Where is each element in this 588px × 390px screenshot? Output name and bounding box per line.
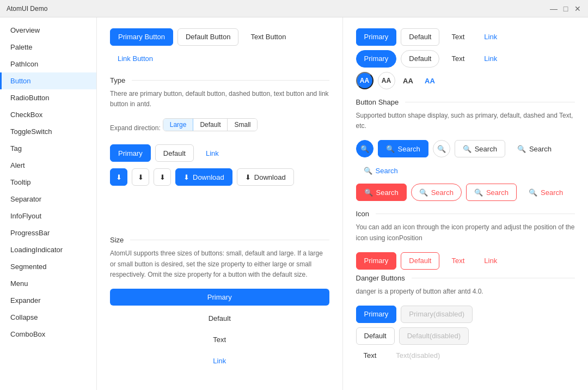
text-button[interactable]: Text Button [243,28,293,46]
search-icon-6: 🔍 [364,166,372,176]
enabled-default[interactable]: Default [356,327,395,345]
default-button[interactable]: Default Button [177,28,238,46]
download-icon-4: ⬇ [183,172,189,183]
download-icon-btn-1[interactable]: ⬇ [110,168,127,186]
search-row-1: 🔍 🔍 Search 🔍 🔍 Search 🔍 Search [356,140,575,179]
fullwidth-default-btn[interactable]: Default [110,310,329,327]
sidebar-item-separator[interactable]: Separator [0,191,96,208]
avatar-link[interactable]: AA [421,72,439,89]
sidebar-item-checkbox[interactable]: CheckBox [0,106,96,123]
sidebar-item-expander[interactable]: Expander [0,292,96,309]
text-label: Text [356,349,384,362]
danger-default-btn[interactable]: Default [401,252,439,270]
search-btn-primary[interactable]: 🔍 Search [378,140,428,157]
search-row-2: 🔍 Search 🔍 Search 🔍 Search 🔍 Search [356,184,575,201]
enabled-primary[interactable]: Primary [356,306,397,323]
danger-text-btn[interactable]: Text [444,252,472,270]
avatar-bordered[interactable]: AA [378,72,395,89]
search-red-outline-2[interactable]: 🔍 Search [466,184,517,201]
danger-display-row: Primary Default Text Link [356,252,575,270]
download-icon-3: ⬇ [160,172,166,183]
search-icon-1: 🔍 [360,144,369,155]
type-buttons-row: Primary Button Default Button Text Butto… [110,28,329,68]
sidebar-item-infoflyout[interactable]: InfoFlyout [0,208,96,224]
fullwidth-default-row: Default [110,310,329,327]
size-desc: AtomUI supports three sizes of buttons: … [110,248,329,280]
icon-line [376,214,575,214]
sidebar-item-segmented[interactable]: Segmented [0,258,96,275]
button-variants-row: Primary Default Link [110,144,329,162]
search-btn-link-1[interactable]: 🔍 Search [356,162,406,179]
search-btn-default-1[interactable]: 🔍 Search [455,140,505,157]
type-title: Type [110,76,125,84]
type-desc: There are primary button, default button… [110,89,329,109]
app-layout: Overview Palette PathIcon Button RadioBu… [0,17,588,390]
sidebar-item-radiobutton[interactable]: RadioButton [0,89,96,106]
sidebar-item-menu[interactable]: Menu [0,275,96,292]
shape-rounded-row: Primary Default Text Link [356,50,575,68]
download-icon-btn-3[interactable]: ⬇ [154,168,171,186]
search-circle-filled[interactable]: 🔍 [356,140,373,157]
disabled-row-1: Primary Primary(disabled) [356,306,575,323]
link-btn[interactable]: Link [198,144,226,162]
shape-primary-btn[interactable]: Primary [356,28,397,46]
shape-default-round[interactable]: Default [401,50,439,68]
primary-btn[interactable]: Primary [110,144,151,162]
sidebar-item-tooltip[interactable]: Tooltip [0,174,96,191]
sidebar-item-palette[interactable]: Palette [0,39,96,56]
primary-button[interactable]: Primary Button [110,28,173,46]
disabled-text-label: Text(disabled) [388,349,448,362]
shape-link-btn[interactable]: Link [476,28,505,46]
shape-link-round[interactable]: Link [476,50,505,68]
sidebar-item-tag[interactable]: Tag [0,140,96,157]
size-large[interactable]: Large [163,119,194,131]
sidebar-item-collapse[interactable]: Collapse [0,309,96,326]
size-section-header: Size [110,236,329,244]
search-icon-3: 🔍 [437,144,446,155]
search-icon-r3: 🔍 [474,187,483,198]
sidebar-item-toggleswitch[interactable]: ToggleSwitch [0,123,96,140]
shape-text-round[interactable]: Text [444,50,472,68]
sidebar-item-overview[interactable]: Overview [0,22,96,39]
download-icon-5: ⬇ [245,172,251,183]
download-icon-1: ⬇ [116,172,122,183]
size-small[interactable]: Small [228,119,257,131]
search-red-outline[interactable]: 🔍 Search [411,184,462,201]
btn-shape-desc: Supported button shape display, such as … [356,111,575,131]
download-btn-2[interactable]: ⬇ Download [237,168,294,186]
fullwidth-text-btn[interactable]: Text [110,331,329,348]
fullwidth-primary-btn[interactable]: Primary [110,289,329,306]
search-circle-default[interactable]: 🔍 [433,140,450,157]
minimize-button[interactable]: — [550,5,558,13]
search-icon-4: 🔍 [463,144,471,155]
avatar-blue-1[interactable]: AA [356,72,373,89]
shape-text-btn[interactable]: Text [444,28,472,46]
fullwidth-primary-row: Primary [110,289,329,306]
sidebar-item-progressbar[interactable]: ProgressBar [0,224,96,241]
download-icon-btn-2[interactable]: ⬇ [132,168,149,186]
search-btn-text-1[interactable]: 🔍 Search [510,140,559,157]
avatar-text[interactable]: AA [400,72,417,89]
download-btn-1[interactable]: ⬇ Download [175,168,232,186]
search-red-1[interactable]: 🔍 Search [356,184,407,201]
shape-top-row: Primary Default Text Link [356,28,575,46]
danger-link-btn[interactable]: Link [476,252,505,270]
sidebar-item-loadingindicator[interactable]: LoadingIndicator [0,241,96,258]
default-btn[interactable]: Default [155,144,194,162]
link-button[interactable]: Link Button [110,50,161,68]
sidebar-item-combobox[interactable]: ComboBox [0,326,96,343]
left-panel: Primary Button Default Button Text Butto… [97,17,343,390]
sidebar-item-alert[interactable]: Alert [0,157,96,174]
shape-default-btn[interactable]: Default [401,28,439,46]
sidebar-item-pathicon[interactable]: PathIcon [0,56,96,72]
size-default[interactable]: Default [193,119,228,131]
maximize-button[interactable]: □ [562,5,569,13]
search-red-text[interactable]: 🔍 Search [521,184,571,201]
danger-primary-btn[interactable]: Primary [356,252,397,270]
close-button[interactable]: ✕ [574,5,581,13]
fullwidth-link-row: Link [110,352,329,369]
fullwidth-link-btn[interactable]: Link [110,352,329,369]
sidebar-item-button[interactable]: Button [0,72,96,89]
shape-primary-round[interactable]: Primary [356,50,397,68]
expand-direction-row: Expand direction: Large Default Small [110,118,329,138]
